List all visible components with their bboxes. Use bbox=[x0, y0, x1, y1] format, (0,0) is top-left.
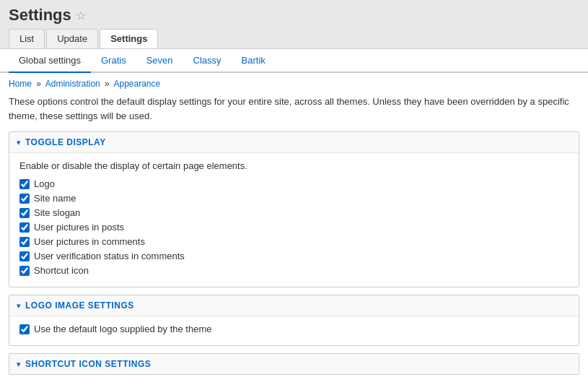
checkbox-item: User pictures in posts bbox=[19, 222, 569, 233]
checkbox-label: User pictures in posts bbox=[34, 222, 124, 233]
section-logo-image-settings: ▾LOGO IMAGE SETTINGSUse the default logo… bbox=[9, 295, 579, 346]
breadcrumb-current: Appearance bbox=[113, 79, 160, 89]
checkbox-label: Use the default logo supplied by the the… bbox=[34, 324, 211, 334]
checkbox-item: Use the default logo supplied by the the… bbox=[19, 324, 569, 334]
checkbox-item: Logo bbox=[19, 178, 569, 189]
checkbox-user-pictures-in-comments[interactable] bbox=[19, 237, 30, 247]
section-header-logo-image-settings[interactable]: ▾LOGO IMAGE SETTINGS bbox=[9, 295, 579, 316]
checkbox-use-the-default-logo-supplied-by-the-theme[interactable] bbox=[19, 324, 30, 334]
section-toggle-icon-toggle-display: ▾ bbox=[17, 138, 21, 147]
checkbox-label: Site name bbox=[34, 193, 76, 204]
checkbox-item: User pictures in comments bbox=[19, 236, 569, 247]
sub-tab-gratis[interactable]: Gratis bbox=[91, 49, 136, 73]
section-title-toggle-display: TOGGLE DISPLAY bbox=[25, 137, 106, 147]
breadcrumb-sep2: » bbox=[105, 79, 110, 89]
sub-tab-global-settings[interactable]: Global settings bbox=[9, 49, 91, 73]
main-content: Home » Administration » Appearance These… bbox=[0, 73, 588, 388]
breadcrumb-admin[interactable]: Administration bbox=[45, 79, 100, 89]
section-title-shortcut-icon-settings: SHORTCUT ICON SETTINGS bbox=[25, 359, 151, 369]
checkbox-label: User pictures in comments bbox=[34, 236, 145, 247]
section-desc-toggle-display: Enable or disable the display of certain… bbox=[19, 160, 569, 171]
checkbox-logo[interactable] bbox=[19, 179, 30, 189]
checkbox-site-slogan[interactable] bbox=[19, 208, 30, 218]
checkbox-label: Shortcut icon bbox=[34, 265, 89, 276]
checkbox-item: Shortcut icon bbox=[19, 265, 569, 276]
action-tab-settings[interactable]: Settings bbox=[100, 29, 158, 48]
breadcrumb-sep1: » bbox=[36, 79, 41, 89]
sub-tab-bartik[interactable]: Bartik bbox=[232, 49, 276, 73]
sections-container: ▾TOGGLE DISPLAYEnable or disable the dis… bbox=[9, 131, 579, 375]
breadcrumb: Home » Administration » Appearance bbox=[9, 79, 579, 89]
star-icon[interactable]: ☆ bbox=[76, 9, 86, 22]
sub-tab-classy[interactable]: Classy bbox=[183, 49, 232, 73]
breadcrumb-home[interactable]: Home bbox=[9, 79, 32, 89]
checkbox-user-pictures-in-posts[interactable] bbox=[19, 222, 30, 233]
checkbox-user-verification-status-in-comments[interactable] bbox=[19, 251, 30, 261]
action-tabs: ListUpdateSettings bbox=[9, 29, 579, 48]
section-shortcut-icon-settings: ▾SHORTCUT ICON SETTINGS bbox=[9, 353, 579, 375]
section-header-shortcut-icon-settings[interactable]: ▾SHORTCUT ICON SETTINGS bbox=[9, 354, 579, 374]
section-toggle-icon-shortcut-icon-settings: ▾ bbox=[17, 360, 21, 369]
checkbox-label: Logo bbox=[34, 178, 55, 189]
checkbox-item: User verification status in comments bbox=[19, 251, 569, 261]
checkbox-label: User verification status in comments bbox=[34, 251, 185, 261]
page-title: Settings bbox=[9, 6, 71, 25]
sub-tab-seven[interactable]: Seven bbox=[136, 49, 183, 73]
section-toggle-display: ▾TOGGLE DISPLAYEnable or disable the dis… bbox=[9, 131, 579, 287]
section-toggle-icon-logo-image-settings: ▾ bbox=[17, 301, 21, 311]
sub-tabs-bar: Global settingsGratisSevenClassyBartik bbox=[0, 49, 588, 73]
action-tab-list[interactable]: List bbox=[9, 29, 45, 48]
checkbox-item: Site name bbox=[19, 193, 569, 204]
section-header-toggle-display[interactable]: ▾TOGGLE DISPLAY bbox=[9, 132, 579, 152]
action-tab-update[interactable]: Update bbox=[46, 29, 98, 48]
checkbox-site-name[interactable] bbox=[19, 194, 30, 204]
checkbox-item: Site slogan bbox=[19, 207, 569, 218]
page-description: These options control the default displa… bbox=[9, 95, 579, 123]
checkbox-label: Site slogan bbox=[34, 207, 80, 218]
section-title-logo-image-settings: LOGO IMAGE SETTINGS bbox=[25, 300, 134, 311]
page-header: Settings ☆ ListUpdateSettings bbox=[0, 0, 588, 49]
section-body-logo-image-settings: Use the default logo supplied by the the… bbox=[9, 316, 579, 345]
checkbox-shortcut-icon[interactable] bbox=[19, 266, 30, 276]
section-body-toggle-display: Enable or disable the display of certain… bbox=[9, 152, 579, 287]
